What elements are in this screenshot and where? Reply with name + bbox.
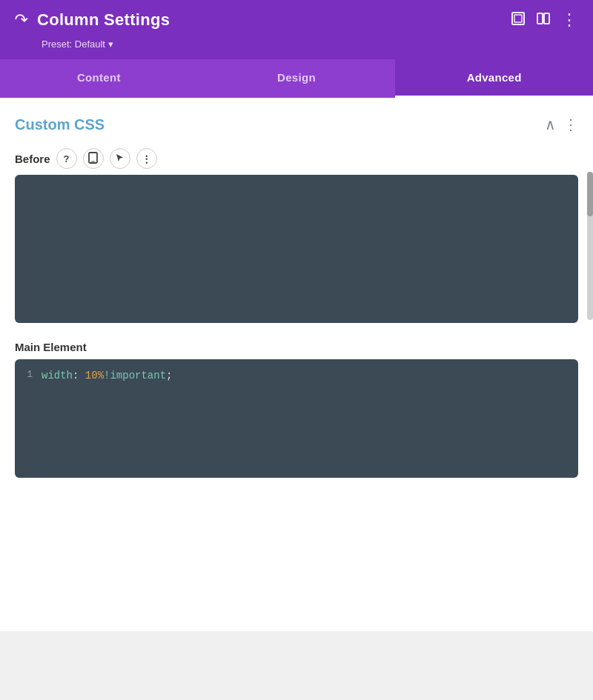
code-content-1: width: 10%!important; xyxy=(42,368,172,384)
before-label: Before xyxy=(15,153,50,165)
columns-icon[interactable] xyxy=(536,11,551,30)
css-colon: : xyxy=(73,370,85,381)
custom-css-section-header: Custom CSS ∧ ⋮ xyxy=(15,116,578,133)
help-button[interactable]: ? xyxy=(56,148,77,169)
fullscreen-icon[interactable] xyxy=(511,11,526,30)
question-icon: ? xyxy=(64,153,70,164)
device-button[interactable] xyxy=(83,148,104,169)
code-line-1: 1 width: 10%!important; xyxy=(21,368,569,384)
custom-css-title: Custom CSS xyxy=(15,116,105,133)
preset-arrow-icon: ▾ xyxy=(108,39,113,50)
svg-rect-1 xyxy=(514,15,522,22)
preset-text: Preset: Default xyxy=(42,39,105,50)
before-label-row: Before ? ⋮ xyxy=(15,148,578,169)
tab-design[interactable]: Design xyxy=(198,59,396,98)
header-right: ⋮ xyxy=(511,10,578,30)
line-number-1: 1 xyxy=(21,369,33,380)
more-before-icon: ⋮ xyxy=(142,153,151,164)
more-options-icon[interactable]: ⋮ xyxy=(561,10,578,30)
before-css-editor[interactable] xyxy=(15,175,578,323)
header: ↶ Column Settings ⋮ xyxy=(0,0,593,37)
main-element-label: Main Element xyxy=(15,341,578,353)
preset-selector[interactable]: Preset: Default ▾ xyxy=(42,39,113,50)
scrollbar-thumb[interactable] xyxy=(587,172,593,216)
css-value-keyword: !important xyxy=(104,370,166,381)
tab-advanced[interactable]: Advanced xyxy=(395,59,593,98)
cursor-icon xyxy=(115,153,125,165)
page-title: Column Settings xyxy=(37,10,170,30)
svg-rect-2 xyxy=(537,13,543,24)
svg-rect-3 xyxy=(544,13,549,24)
css-property: width xyxy=(42,370,73,381)
mobile-icon xyxy=(88,152,98,166)
svg-rect-5 xyxy=(91,161,95,161)
css-semicolon: ; xyxy=(166,370,172,381)
tab-content[interactable]: Content xyxy=(0,59,198,98)
header-left: ↶ Column Settings xyxy=(15,10,170,30)
scrollbar[interactable] xyxy=(587,172,593,320)
main-element-css-editor[interactable]: 1 width: 10%!important; xyxy=(15,359,578,478)
section-controls: ∧ ⋮ xyxy=(545,116,578,133)
section-menu-icon[interactable]: ⋮ xyxy=(563,116,578,133)
css-value-num: 10% xyxy=(85,370,104,381)
preset-row: Preset: Default ▾ xyxy=(0,37,593,59)
back-icon[interactable]: ↶ xyxy=(15,10,28,30)
main-content: Custom CSS ∧ ⋮ Before ? xyxy=(0,98,593,631)
more-before-button[interactable]: ⋮ xyxy=(136,148,157,169)
cursor-button[interactable] xyxy=(110,148,130,169)
tabs-bar: Content Design Advanced xyxy=(0,59,593,98)
collapse-icon[interactable]: ∧ xyxy=(545,116,556,133)
